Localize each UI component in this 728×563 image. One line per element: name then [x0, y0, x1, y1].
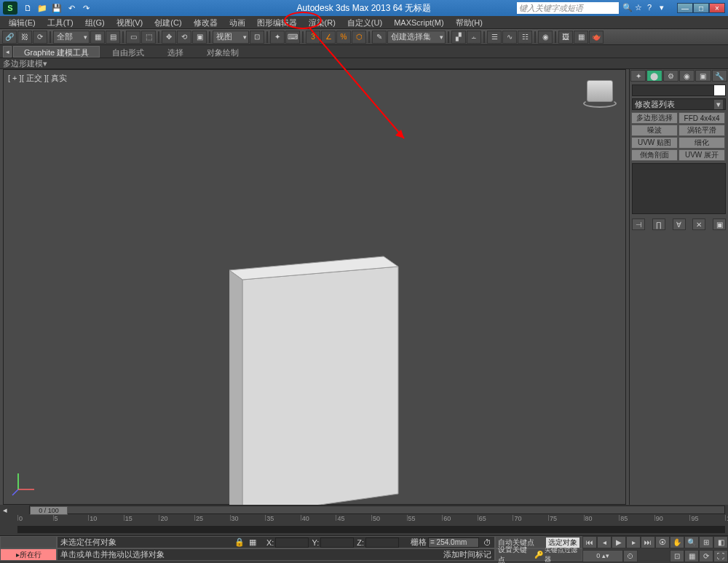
menu-modifiers[interactable]: 修改器 [188, 16, 223, 29]
window-icon[interactable]: ⬚ [141, 31, 156, 44]
mirror-icon[interactable]: ▞ [451, 31, 466, 44]
mod-btn-ffd[interactable]: FFD 4x4x4 [678, 112, 725, 124]
render-icon[interactable]: 🫖 [589, 31, 604, 44]
time-tag-icon[interactable]: ⏱ [483, 538, 491, 547]
ribbon-sub[interactable]: 多边形建模 ▾ [0, 58, 728, 69]
orbit-icon[interactable]: ⟳ [699, 550, 713, 562]
box-object[interactable] [229, 201, 419, 507]
hierarchy-tab-icon[interactable]: ⚙ [663, 70, 678, 82]
fov-icon[interactable]: ◧ [713, 536, 728, 548]
ribbon-tab-freeform[interactable]: 自由形式 [101, 46, 155, 58]
zoom-extents-all-icon[interactable]: ▦ [684, 550, 699, 562]
x-input[interactable] [275, 538, 309, 548]
move-icon[interactable]: ✥ [162, 31, 176, 44]
percent-snap-icon[interactable]: % [336, 31, 351, 44]
menu-create[interactable]: 创建(C) [149, 16, 187, 29]
menu-customize[interactable]: 自定义(U) [341, 16, 388, 29]
active-row-indicator[interactable]: ▸ 所在行 [0, 548, 57, 561]
modify-tab-icon[interactable]: ⬤ [646, 70, 662, 82]
display-tab-icon[interactable]: ▣ [695, 70, 711, 82]
curve-editor-icon[interactable]: ∿ [502, 31, 517, 44]
ref-coord[interactable]: 视图 [213, 31, 249, 44]
lock-icon[interactable]: 🔒 [234, 538, 245, 547]
remove-mod-icon[interactable]: ✕ [692, 218, 705, 230]
z-input[interactable] [365, 538, 399, 548]
more-icon[interactable]: ▾ [660, 3, 670, 13]
ribbon-tab-select[interactable]: 选择 [157, 46, 194, 58]
object-name-field[interactable] [632, 84, 726, 96]
redo-icon[interactable]: ↷ [80, 2, 92, 14]
menu-edit[interactable]: 编辑(E) [3, 16, 41, 29]
named-sel-combo[interactable]: 创建选择集 [387, 31, 446, 44]
menu-render[interactable]: 渲染(R) [303, 16, 341, 29]
menu-group[interactable]: 组(G) [79, 16, 111, 29]
render-frame-icon[interactable]: ▦ [574, 31, 588, 44]
prev-frame-icon[interactable]: ◂ [597, 536, 612, 548]
timeline-menu-icon[interactable]: ◂ [3, 505, 15, 515]
named-sel-icon[interactable]: ✎ [372, 31, 387, 44]
set-key-button[interactable]: 设置关键点🔑关键点过滤器 [495, 548, 582, 561]
bind-icon[interactable]: ⟳ [33, 31, 47, 44]
mod-btn-bevelprofile[interactable]: 倒角剖面 [631, 149, 678, 161]
create-tab-icon[interactable]: ✦ [630, 70, 646, 82]
pan-icon[interactable]: ✋ [670, 536, 684, 548]
coord-toggle-icon[interactable]: ▦ [249, 538, 256, 547]
y-input[interactable] [320, 538, 354, 548]
undo-icon[interactable]: ↶ [66, 2, 77, 14]
help-icon[interactable]: ? [647, 3, 657, 13]
maximize-viewport-icon[interactable]: ⛶ [713, 550, 728, 562]
menu-help[interactable]: 帮助(H) [450, 16, 488, 29]
viewport[interactable]: [ + ][ 正交 ][ 真实 [3, 69, 626, 505]
star-icon[interactable]: ☆ [635, 3, 645, 13]
schematic-icon[interactable]: ☷ [518, 31, 532, 44]
close-button[interactable]: × [709, 3, 725, 13]
pin-stack-icon[interactable]: ⊣ [632, 218, 645, 230]
save-icon[interactable]: 💾 [51, 2, 63, 14]
ribbon-tab-paint[interactable]: 对象绘制 [196, 46, 250, 58]
track-bar[interactable] [17, 526, 725, 533]
goto-start-icon[interactable]: ⏮ [582, 536, 597, 548]
make-unique-icon[interactable]: ∀ [673, 218, 686, 230]
maximize-button[interactable]: □ [693, 3, 709, 13]
layers-icon[interactable]: ☰ [487, 31, 502, 44]
time-slider-track[interactable]: 0 / 100 [29, 505, 725, 514]
search-input[interactable]: 键入关键字或短语 [517, 2, 619, 14]
next-frame-icon[interactable]: ▸ [626, 536, 641, 548]
material-icon[interactable]: ◉ [538, 31, 553, 44]
scale-icon[interactable]: ▣ [192, 31, 207, 44]
app-logo[interactable]: S [3, 1, 17, 15]
time-config-icon[interactable]: ⏲ [623, 550, 638, 562]
minimize-button[interactable]: — [677, 3, 693, 13]
open-icon[interactable]: 📁 [36, 2, 48, 14]
selection-filter[interactable]: 全部 [53, 31, 90, 44]
menu-animation[interactable]: 动画 [223, 16, 251, 29]
frame-input[interactable]: 0 ▴▾ [582, 550, 623, 562]
search-glass-icon[interactable]: 🔍 [622, 3, 633, 13]
modifier-stack[interactable] [632, 163, 726, 214]
mod-btn-tessellate[interactable]: 细化 [678, 137, 725, 149]
pivot-icon[interactable]: ⊡ [250, 31, 264, 44]
rotate-icon[interactable]: ⟲ [177, 31, 191, 44]
snap-icon[interactable]: 3 [306, 31, 320, 44]
zoom-all-icon[interactable]: ⊞ [699, 536, 713, 548]
object-color-swatch[interactable] [713, 85, 725, 95]
menu-view[interactable]: 视图(V) [111, 16, 149, 29]
align-icon[interactable]: ⫠ [467, 31, 481, 44]
motion-tab-icon[interactable]: ◉ [679, 70, 695, 82]
mod-btn-noise[interactable]: 噪波 [631, 125, 678, 136]
goto-end-icon[interactable]: ⏭ [641, 536, 655, 548]
menu-grapheditors[interactable]: 图形编辑器 [251, 16, 303, 29]
render-setup-icon[interactable]: 🖼 [558, 31, 573, 44]
script-mini-listener[interactable] [0, 536, 57, 548]
add-time-tag[interactable]: 添加时间标记 [443, 549, 491, 560]
show-result-icon[interactable]: ∏ [652, 218, 665, 230]
manip-icon[interactable]: ✦ [270, 31, 285, 44]
select-icon[interactable]: ▦ [90, 31, 105, 44]
mod-btn-uvwunwrap[interactable]: UVW 展开 [678, 149, 725, 161]
spinner-snap-icon[interactable]: ⬡ [352, 31, 366, 44]
zoom-icon[interactable]: 🔍 [684, 536, 699, 548]
zoom-extents-icon[interactable]: ⊡ [670, 550, 684, 562]
mod-btn-uvwmap[interactable]: UVW 贴图 [631, 137, 678, 149]
rect-select-icon[interactable]: ▭ [126, 31, 141, 44]
mod-btn-turbosmooth[interactable]: 涡轮平滑 [678, 125, 725, 136]
